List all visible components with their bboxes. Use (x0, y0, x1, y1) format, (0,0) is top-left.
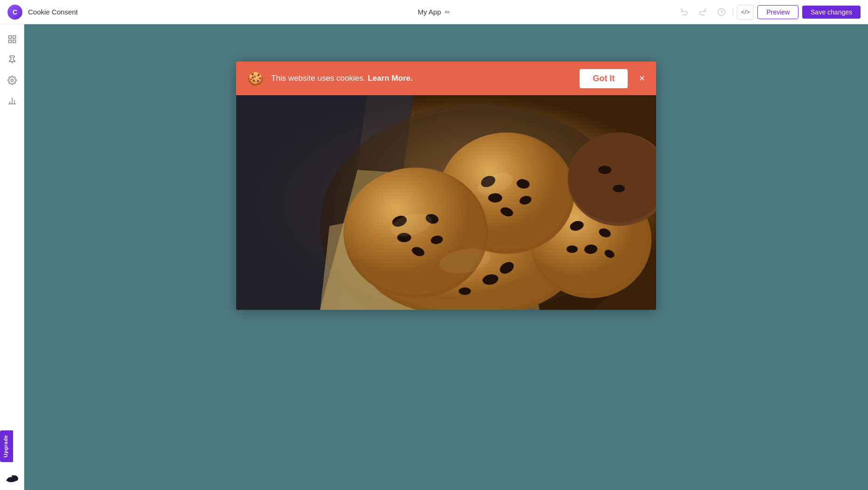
sidebar-item-pin[interactable] (3, 50, 21, 69)
sidebar-item-chart[interactable] (3, 91, 21, 110)
code-button[interactable]: </> (737, 5, 754, 20)
topbar: C Cookie Consent My App ✏ </> Preview Sa… (0, 0, 868, 24)
code-icon: </> (741, 8, 750, 15)
svg-point-6 (11, 79, 13, 82)
app-logo: C (7, 5, 22, 20)
svg-point-33 (488, 193, 502, 203)
got-it-button[interactable]: Got It (580, 69, 628, 88)
app-name: My App (418, 8, 441, 16)
save-changes-button[interactable]: Save changes (802, 6, 861, 19)
close-icon: × (639, 72, 645, 84)
cookie-icon: 🍪 (247, 71, 264, 86)
topbar-right: </> Preview Save changes (677, 5, 861, 20)
svg-rect-3 (8, 40, 11, 43)
logo-initial: C (13, 8, 17, 16)
sidebar-item-grid[interactable] (3, 30, 21, 49)
preview-container: 🍪 This website uses cookies. Learn More.… (236, 62, 656, 310)
sidebar-item-settings[interactable] (3, 71, 21, 90)
svg-point-21 (459, 287, 471, 295)
undo-button[interactable] (677, 5, 692, 20)
upgrade-tab[interactable]: Upgrade (0, 430, 13, 462)
sidebar-logo-bottom (6, 473, 19, 485)
svg-rect-4 (13, 40, 15, 43)
close-button[interactable]: × (639, 72, 645, 84)
cookie-photo-svg (236, 95, 656, 310)
history-button[interactable] (714, 5, 729, 20)
svg-point-45 (598, 166, 611, 174)
divider (733, 7, 733, 17)
topbar-center: My App ✏ (418, 8, 450, 16)
svg-rect-1 (8, 36, 11, 39)
svg-point-47 (613, 185, 625, 192)
redo-button[interactable] (695, 5, 710, 20)
canvas: 🍪 This website uses cookies. Learn More.… (24, 24, 868, 490)
edit-icon[interactable]: ✏ (445, 8, 450, 16)
svg-rect-2 (13, 36, 15, 39)
svg-point-27 (567, 245, 578, 253)
preview-button[interactable]: Preview (757, 5, 798, 19)
sidebar: Upgrade (0, 24, 24, 490)
cookie-message: This website uses cookies. Learn More. (271, 74, 572, 83)
main-layout: Upgrade 🍪 This website uses cookies. Lea… (0, 24, 868, 490)
cookie-banner: 🍪 This website uses cookies. Learn More.… (236, 62, 656, 95)
cookie-image (236, 95, 656, 310)
topbar-title: Cookie Consent (28, 8, 78, 16)
